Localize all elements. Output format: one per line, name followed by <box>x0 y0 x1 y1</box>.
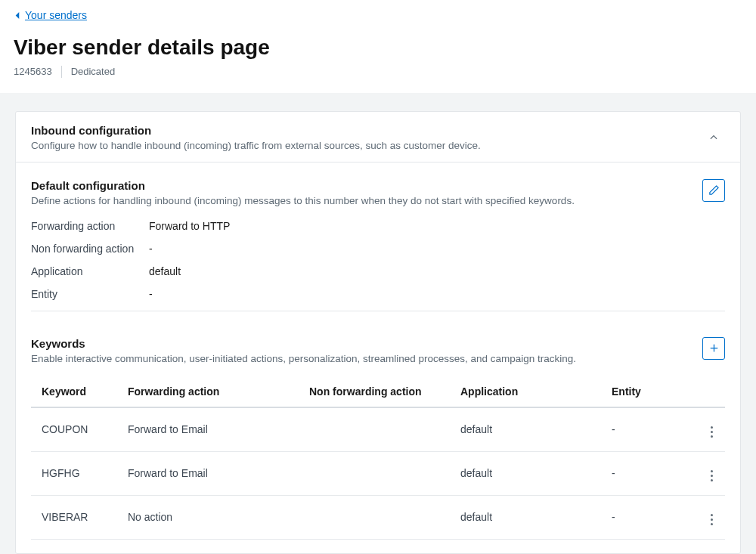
plus-icon <box>708 342 720 354</box>
page-id: 1245633 <box>14 66 52 77</box>
cell-keyword: COUPON <box>31 407 122 452</box>
kv-row: Non forwarding action - <box>31 243 725 255</box>
chevron-left-icon <box>14 11 20 20</box>
default-config-desc: Define actions for handling inbound (inc… <box>31 195 725 206</box>
row-actions[interactable] <box>695 451 725 495</box>
default-config-title: Default configuration <box>31 179 725 192</box>
cell-nonforwarding <box>303 451 454 495</box>
kv-label: Forwarding action <box>31 220 149 232</box>
cell-application: default <box>454 451 606 495</box>
table-row: HGFHG Forward to Email default - <box>31 451 725 495</box>
table-header-row: Keyword Forwarding action Non forwarding… <box>31 378 725 407</box>
chevron-up-icon <box>708 132 719 143</box>
kv-label: Non forwarding action <box>31 243 149 255</box>
default-config-section: Default configuration Define actions for… <box>31 179 725 311</box>
keywords-table: Keyword Forwarding action Non forwarding… <box>31 378 725 540</box>
panel-body: Default configuration Define actions for… <box>16 162 740 553</box>
page-header: Your senders Viber sender details page 1… <box>0 0 756 93</box>
cell-entity: - <box>606 495 695 539</box>
kv-value: - <box>149 243 153 255</box>
col-header-keyword: Keyword <box>31 378 122 407</box>
col-header-entity: Entity <box>606 378 695 407</box>
more-icon <box>705 467 719 484</box>
inbound-config-title: Inbound configuration <box>31 124 702 137</box>
cell-forwarding: No action <box>122 495 303 539</box>
panel-collapse-toggle[interactable] <box>702 126 725 149</box>
cell-entity: - <box>606 407 695 452</box>
cell-forwarding: Forward to Email <box>122 407 303 452</box>
table-row: COUPON Forward to Email default - <box>31 407 725 452</box>
col-header-forwarding: Forwarding action <box>122 378 303 407</box>
panel-header-text: Inbound configuration Configure how to h… <box>31 124 702 151</box>
col-header-action <box>695 378 725 407</box>
inbound-config-header[interactable]: Inbound configuration Configure how to h… <box>16 112 740 162</box>
edit-default-config-button[interactable] <box>702 179 725 202</box>
inbound-config-desc: Configure how to handle inbound (incomin… <box>31 140 702 151</box>
col-header-application: Application <box>454 378 606 407</box>
add-keyword-button[interactable] <box>702 337 725 360</box>
breadcrumb-label: Your senders <box>25 9 87 21</box>
page-title: Viber sender details page <box>14 36 742 60</box>
cell-application: default <box>454 407 606 452</box>
table-row: VIBERAR No action default - <box>31 495 725 539</box>
kv-label: Application <box>31 265 149 277</box>
kv-row: Forwarding action Forward to HTTP <box>31 220 725 232</box>
page-type: Dedicated <box>71 66 116 77</box>
meta-divider <box>61 66 62 78</box>
kv-value: - <box>149 288 153 300</box>
more-icon <box>705 423 719 441</box>
keywords-desc: Enable interactive communication, user-i… <box>31 353 725 364</box>
kv-row: Application default <box>31 265 725 277</box>
keywords-title: Keywords <box>31 337 725 350</box>
kv-label: Entity <box>31 288 149 300</box>
cell-forwarding: Forward to Email <box>122 451 303 495</box>
kv-row: Entity - <box>31 288 725 300</box>
section-divider <box>31 311 725 311</box>
cell-nonforwarding <box>303 495 454 539</box>
kv-value: default <box>149 265 181 277</box>
page-body: Inbound configuration Configure how to h… <box>0 93 756 555</box>
pencil-icon <box>708 184 720 196</box>
inbound-config-panel: Inbound configuration Configure how to h… <box>15 111 741 554</box>
cell-keyword: VIBERAR <box>31 495 122 539</box>
row-actions[interactable] <box>695 407 725 452</box>
keywords-section: Keywords Enable interactive communicatio… <box>31 337 725 540</box>
cell-keyword: HGFHG <box>31 451 122 495</box>
page-meta: 1245633 Dedicated <box>14 66 742 78</box>
cell-entity: - <box>606 451 695 495</box>
col-header-nonforwarding: Non forwarding action <box>303 378 454 407</box>
breadcrumb-back-link[interactable]: Your senders <box>14 9 87 21</box>
kv-value: Forward to HTTP <box>149 220 230 232</box>
row-actions[interactable] <box>695 495 725 539</box>
more-icon <box>705 511 719 528</box>
cell-nonforwarding <box>303 407 454 452</box>
cell-application: default <box>454 495 606 539</box>
